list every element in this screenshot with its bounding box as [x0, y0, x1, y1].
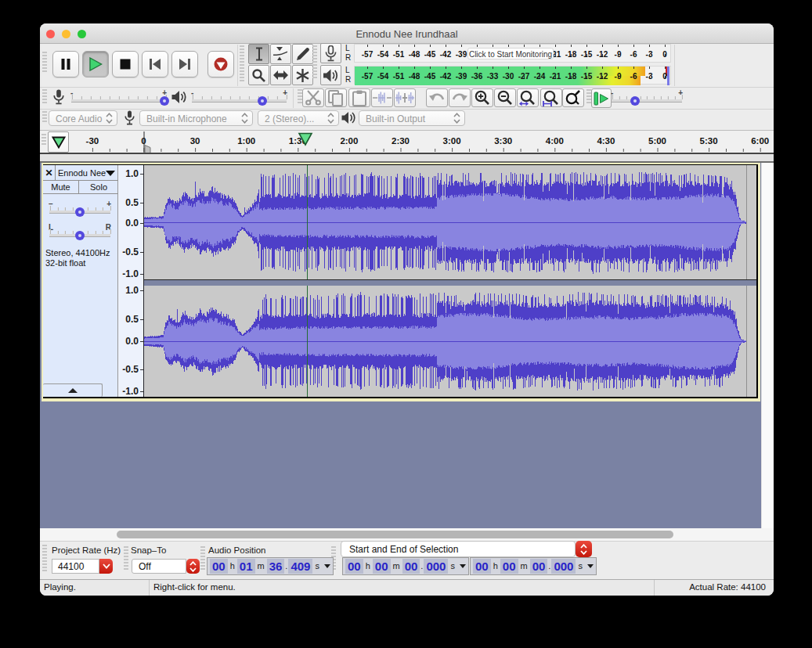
svg-text:-3: -3 [646, 72, 653, 81]
svg-text:-18: -18 [565, 72, 577, 81]
svg-text:-18: -18 [565, 50, 577, 59]
svg-text:-0.5: -0.5 [122, 247, 139, 257]
svg-text:4:30: 4:30 [597, 136, 615, 146]
svg-text:-30: -30 [86, 136, 99, 146]
svg-text:-54: -54 [377, 72, 389, 81]
svg-text:-36: -36 [471, 72, 483, 81]
svg-text:2:30: 2:30 [392, 136, 410, 146]
svg-text:0.0: 0.0 [125, 336, 139, 347]
svg-text:-30: -30 [503, 72, 514, 81]
svg-text:0: 0 [662, 72, 667, 81]
svg-text:6:00: 6:00 [751, 136, 769, 146]
svg-text:1.0: 1.0 [125, 168, 139, 179]
svg-text:-15: -15 [581, 72, 593, 81]
svg-text:-45: -45 [424, 72, 436, 81]
svg-text:-57: -57 [362, 72, 374, 81]
svg-text:-9: -9 [615, 72, 622, 81]
svg-text:-33: -33 [487, 72, 499, 81]
svg-text:-42: -42 [440, 72, 452, 81]
svg-text:-1.0: -1.0 [122, 386, 139, 397]
svg-text:-6: -6 [630, 50, 637, 59]
svg-text:0.5: 0.5 [125, 314, 139, 325]
svg-text:-3: -3 [646, 50, 653, 59]
svg-text:3:00: 3:00 [443, 136, 461, 146]
svg-text:0.0: 0.0 [125, 218, 139, 229]
svg-text:-0.5: -0.5 [122, 364, 139, 375]
svg-text:30: 30 [190, 136, 200, 146]
svg-text:-42: -42 [440, 50, 452, 59]
svg-text:4:00: 4:00 [546, 136, 564, 146]
svg-text:-39: -39 [456, 72, 467, 81]
svg-text:0.5: 0.5 [125, 197, 139, 208]
svg-text:-21: -21 [550, 72, 561, 81]
svg-text:2:00: 2:00 [340, 136, 358, 146]
svg-text:3:30: 3:30 [494, 136, 512, 146]
svg-text:-12: -12 [597, 72, 608, 81]
svg-text:-6: -6 [630, 72, 637, 81]
svg-text:-9: -9 [615, 50, 622, 59]
svg-text:5:30: 5:30 [700, 136, 718, 146]
svg-text:0: 0 [662, 50, 667, 59]
svg-text:-12: -12 [597, 50, 608, 59]
svg-text:-48: -48 [409, 72, 420, 81]
svg-text:-48: -48 [409, 50, 420, 59]
svg-text:-27: -27 [518, 72, 530, 81]
svg-text:-45: -45 [424, 50, 436, 59]
svg-text:-15: -15 [581, 50, 593, 59]
svg-text:-1.0: -1.0 [122, 268, 139, 279]
svg-text:-51: -51 [393, 50, 405, 59]
svg-text:-51: -51 [393, 72, 405, 81]
svg-text:1.0: 1.0 [125, 286, 139, 296]
svg-text:1:00: 1:00 [237, 136, 255, 146]
svg-text:-39: -39 [456, 50, 467, 59]
svg-text:-57: -57 [362, 50, 374, 59]
svg-text:-24: -24 [534, 72, 546, 81]
svg-text:-54: -54 [377, 50, 389, 59]
svg-text:5:00: 5:00 [648, 136, 666, 146]
